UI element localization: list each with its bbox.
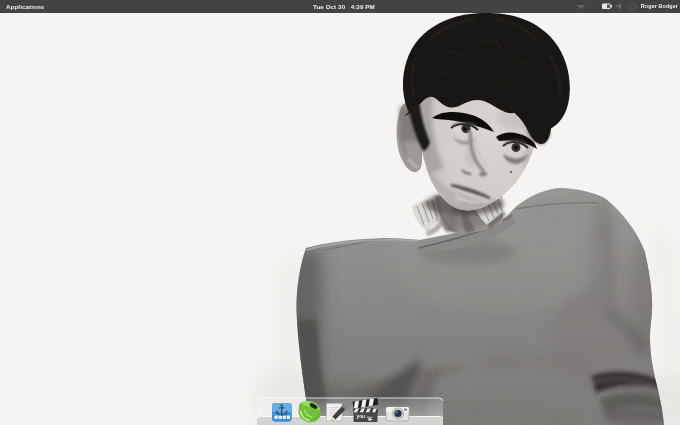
svg-text:you: you (357, 414, 366, 419)
